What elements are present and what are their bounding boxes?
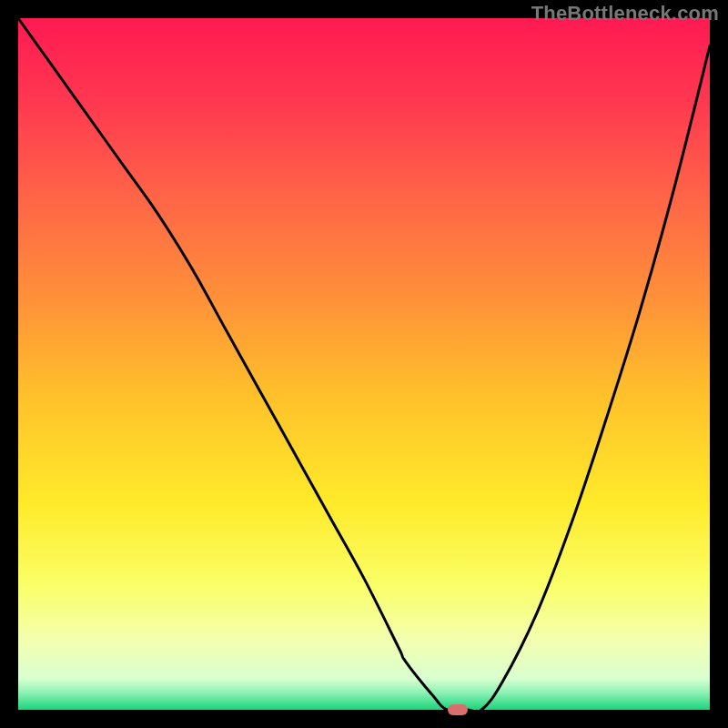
watermark-text: TheBottleneck.com (531, 2, 719, 25)
chart-frame: TheBottleneck.com (0, 0, 728, 728)
plot-area (18, 18, 710, 710)
bottleneck-curve (18, 18, 710, 710)
optimal-marker (448, 704, 468, 715)
